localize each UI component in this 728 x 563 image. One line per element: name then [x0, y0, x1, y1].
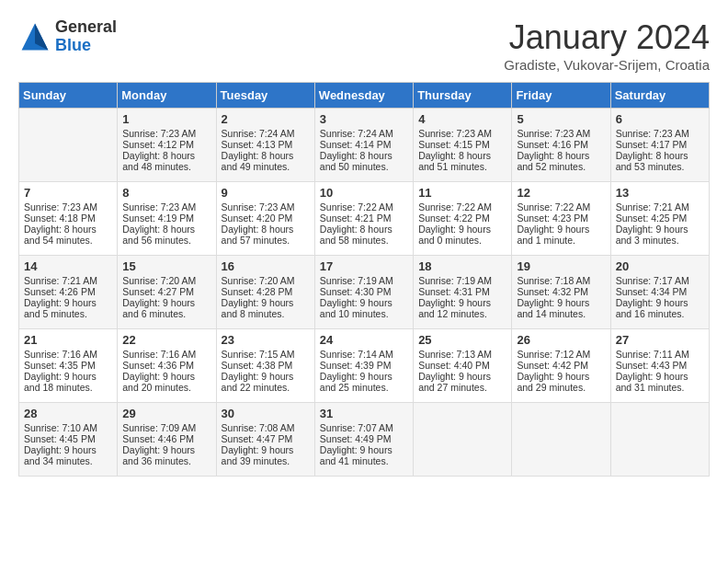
calendar-week-row: 21Sunrise: 7:16 AMSunset: 4:35 PMDayligh…: [19, 329, 710, 403]
daylight-text: Daylight: 9 hours and 10 minutes.: [320, 297, 408, 319]
calendar-cell: 19Sunrise: 7:18 AMSunset: 4:32 PMDayligh…: [512, 256, 610, 329]
daylight-text: Daylight: 8 hours and 51 minutes.: [418, 150, 506, 172]
sunrise-text: Sunrise: 7:18 AM: [517, 275, 605, 286]
daylight-text: Daylight: 8 hours and 48 minutes.: [122, 150, 210, 172]
sunrise-text: Sunrise: 7:22 AM: [418, 201, 506, 213]
calendar-cell: 4Sunrise: 7:23 AMSunset: 4:15 PMDaylight…: [414, 109, 512, 182]
day-number: 25: [418, 333, 506, 347]
sunrise-text: Sunrise: 7:23 AM: [24, 201, 112, 213]
page-header: General Blue January 2024 Gradiste, Vuko…: [18, 18, 710, 73]
daylight-text: Daylight: 9 hours and 6 minutes.: [122, 297, 210, 319]
day-number: 21: [24, 333, 112, 347]
daylight-text: Daylight: 9 hours and 27 minutes.: [418, 371, 506, 393]
day-number: 22: [122, 333, 210, 347]
daylight-text: Daylight: 9 hours and 22 minutes.: [222, 371, 310, 393]
sunrise-text: Sunrise: 7:09 AM: [122, 422, 210, 433]
sunrise-text: Sunrise: 7:16 AM: [24, 349, 112, 360]
day-number: 5: [517, 112, 605, 126]
day-number: 28: [24, 407, 112, 420]
calendar-table: SundayMondayTuesdayWednesdayThursdayFrid…: [18, 82, 710, 477]
day-number: 4: [418, 112, 506, 126]
sunrise-text: Sunrise: 7:23 AM: [122, 201, 210, 213]
sunrise-text: Sunrise: 7:23 AM: [222, 201, 310, 213]
daylight-text: Daylight: 8 hours and 50 minutes.: [320, 150, 408, 172]
logo-general: General: [55, 18, 117, 37]
day-number: 20: [616, 259, 704, 273]
daylight-text: Daylight: 9 hours and 18 minutes.: [24, 371, 112, 393]
sunset-text: Sunset: 4:30 PM: [320, 286, 408, 297]
day-number: 18: [418, 259, 506, 273]
weekday-header: Friday: [512, 83, 610, 109]
daylight-text: Daylight: 9 hours and 16 minutes.: [616, 297, 704, 319]
sunset-text: Sunset: 4:21 PM: [320, 213, 408, 224]
sunrise-text: Sunrise: 7:21 AM: [24, 275, 112, 286]
sunset-text: Sunset: 4:36 PM: [122, 360, 210, 371]
daylight-text: Daylight: 9 hours and 36 minutes.: [122, 444, 210, 466]
weekday-header: Tuesday: [216, 83, 314, 109]
calendar-cell: 7Sunrise: 7:23 AMSunset: 4:18 PMDaylight…: [19, 182, 118, 256]
calendar-cell: [19, 109, 118, 182]
sunset-text: Sunset: 4:20 PM: [222, 213, 310, 224]
day-number: 13: [616, 186, 704, 200]
sunrise-text: Sunrise: 7:19 AM: [320, 275, 408, 286]
calendar-cell: [512, 403, 610, 477]
weekday-header: Wednesday: [314, 83, 413, 109]
day-number: 14: [24, 259, 112, 273]
sunset-text: Sunset: 4:38 PM: [222, 360, 310, 371]
calendar-cell: 22Sunrise: 7:16 AMSunset: 4:36 PMDayligh…: [118, 329, 216, 403]
calendar-cell: 21Sunrise: 7:16 AMSunset: 4:35 PMDayligh…: [19, 329, 118, 403]
calendar-body: 1Sunrise: 7:23 AMSunset: 4:12 PMDaylight…: [19, 109, 710, 477]
day-number: 29: [122, 407, 210, 420]
sunrise-text: Sunrise: 7:20 AM: [122, 275, 210, 286]
calendar-cell: 6Sunrise: 7:23 AMSunset: 4:17 PMDaylight…: [610, 109, 709, 182]
daylight-text: Daylight: 8 hours and 52 minutes.: [517, 150, 605, 172]
calendar-cell: 10Sunrise: 7:22 AMSunset: 4:21 PMDayligh…: [314, 182, 413, 256]
day-number: 11: [418, 186, 506, 200]
sunset-text: Sunset: 4:14 PM: [320, 139, 408, 150]
day-number: 8: [122, 186, 210, 200]
sunset-text: Sunset: 4:40 PM: [418, 360, 506, 371]
sunrise-text: Sunrise: 7:19 AM: [418, 275, 506, 286]
title-section: January 2024 Gradiste, Vukovar-Srijem, C…: [504, 18, 710, 73]
calendar-cell: 29Sunrise: 7:09 AMSunset: 4:46 PMDayligh…: [118, 403, 216, 477]
calendar-cell: 26Sunrise: 7:12 AMSunset: 4:42 PMDayligh…: [512, 329, 610, 403]
sunrise-text: Sunrise: 7:21 AM: [616, 201, 704, 213]
daylight-text: Daylight: 9 hours and 31 minutes.: [616, 371, 704, 393]
day-number: 16: [222, 259, 310, 273]
day-number: 24: [320, 333, 408, 347]
sunrise-text: Sunrise: 7:14 AM: [320, 349, 408, 360]
calendar-header: SundayMondayTuesdayWednesdayThursdayFrid…: [19, 83, 710, 109]
calendar-cell: 15Sunrise: 7:20 AMSunset: 4:27 PMDayligh…: [118, 256, 216, 329]
calendar-cell: 30Sunrise: 7:08 AMSunset: 4:47 PMDayligh…: [216, 403, 314, 477]
sunset-text: Sunset: 4:34 PM: [616, 286, 704, 297]
day-number: 30: [222, 407, 310, 420]
sunrise-text: Sunrise: 7:12 AM: [517, 349, 605, 360]
sunset-text: Sunset: 4:43 PM: [616, 360, 704, 371]
sunset-text: Sunset: 4:46 PM: [122, 433, 210, 444]
daylight-text: Daylight: 9 hours and 3 minutes.: [616, 224, 704, 246]
sunrise-text: Sunrise: 7:07 AM: [320, 422, 408, 433]
sunset-text: Sunset: 4:23 PM: [517, 213, 605, 224]
daylight-text: Daylight: 9 hours and 1 minute.: [517, 224, 605, 246]
logo-text: General Blue: [55, 18, 117, 55]
day-number: 1: [122, 112, 210, 126]
daylight-text: Daylight: 9 hours and 5 minutes.: [24, 297, 112, 319]
daylight-text: Daylight: 8 hours and 49 minutes.: [222, 150, 310, 172]
sunrise-text: Sunrise: 7:20 AM: [222, 275, 310, 286]
calendar-cell: [610, 403, 709, 477]
sunrise-text: Sunrise: 7:24 AM: [320, 128, 408, 139]
day-number: 17: [320, 259, 408, 273]
day-number: 23: [222, 333, 310, 347]
day-number: 15: [122, 259, 210, 273]
calendar-cell: 16Sunrise: 7:20 AMSunset: 4:28 PMDayligh…: [216, 256, 314, 329]
daylight-text: Daylight: 9 hours and 41 minutes.: [320, 444, 408, 466]
calendar-cell: 23Sunrise: 7:15 AMSunset: 4:38 PMDayligh…: [216, 329, 314, 403]
sunset-text: Sunset: 4:49 PM: [320, 433, 408, 444]
sunset-text: Sunset: 4:12 PM: [122, 139, 210, 150]
calendar-week-row: 28Sunrise: 7:10 AMSunset: 4:45 PMDayligh…: [19, 403, 710, 477]
header-row: SundayMondayTuesdayWednesdayThursdayFrid…: [19, 83, 710, 109]
calendar-cell: 13Sunrise: 7:21 AMSunset: 4:25 PMDayligh…: [610, 182, 709, 256]
calendar-cell: 28Sunrise: 7:10 AMSunset: 4:45 PMDayligh…: [19, 403, 118, 477]
sunset-text: Sunset: 4:22 PM: [418, 213, 506, 224]
calendar-week-row: 14Sunrise: 7:21 AMSunset: 4:26 PMDayligh…: [19, 256, 710, 329]
